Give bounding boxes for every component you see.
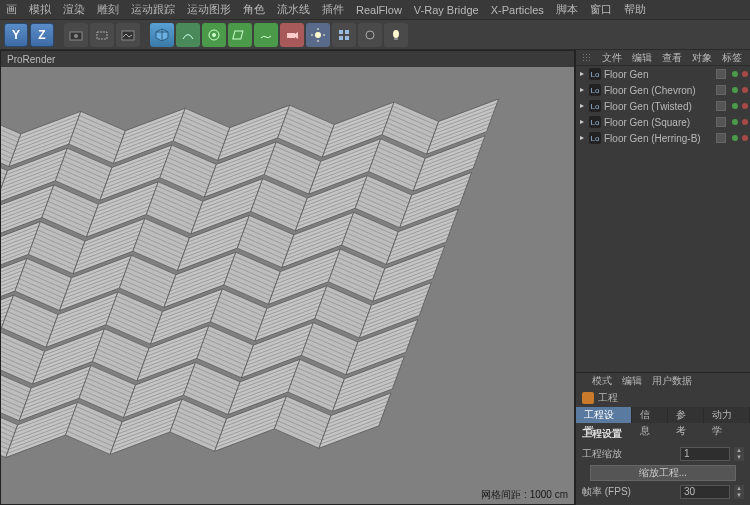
visibility-toggle[interactable] [716,101,726,111]
svg-rect-9 [233,31,243,39]
svg-point-22 [393,30,399,38]
menu-item[interactable]: 运动图形 [187,2,231,17]
menu-item[interactable]: V-Ray Bridge [414,4,479,16]
menu-item[interactable]: 画 [6,2,17,17]
panel-menu-item[interactable]: 对象 [692,51,712,65]
attr-menu-item[interactable]: 编辑 [622,374,642,388]
menu-item[interactable]: 角色 [243,2,265,17]
record-button[interactable] [358,23,382,47]
expand-icon[interactable]: ▸ [578,102,586,110]
svg-rect-19 [339,36,343,40]
main-toolbar: Y Z [0,20,750,50]
object-name[interactable]: Floor Gen (Square) [604,117,713,128]
menu-item[interactable]: 脚本 [556,2,578,17]
generator-button[interactable] [202,23,226,47]
editor-dot[interactable] [732,119,738,125]
attribute-menu: 模式 编辑 用户数据 [576,373,750,389]
menu-item[interactable]: 模拟 [29,2,51,17]
menu-item[interactable]: X-Particles [491,4,544,16]
expand-icon[interactable]: ▸ [578,134,586,142]
editor-dot[interactable] [732,71,738,77]
render-dot[interactable] [742,135,748,141]
menu-item[interactable]: 雕刻 [97,2,119,17]
plugin-icon: Lo [589,68,601,80]
scale-project-button[interactable]: 缩放工程... [590,465,736,481]
object-name[interactable]: Floor Gen (Twisted) [604,101,713,112]
editor-dot[interactable] [732,103,738,109]
panel-menu-item[interactable]: 编辑 [632,51,652,65]
panel-grip-icon[interactable] [582,53,592,63]
render-dot[interactable] [742,103,748,109]
toggle-light-button[interactable] [384,23,408,47]
picture-viewer-button[interactable] [116,23,140,47]
render-region-button[interactable] [90,23,114,47]
render-view-button[interactable] [64,23,88,47]
svg-marker-11 [295,32,298,39]
object-row[interactable]: ▸ Lo Floor Gen (Square) [576,114,750,130]
project-scale-input[interactable]: 1 [680,447,730,461]
tab-project-settings[interactable]: 工程设置 [576,407,632,423]
tab-reference[interactable]: 参考 [668,407,704,423]
menu-item[interactable]: 渲染 [63,2,85,17]
tab-dynamics[interactable]: 动力学 [704,407,750,423]
light-button[interactable] [306,23,330,47]
menu-item[interactable]: 流水线 [277,2,310,17]
svg-point-1 [74,34,78,38]
object-name[interactable]: Floor Gen (Herring-B) [604,133,713,144]
svg-rect-2 [97,32,107,39]
render-dot[interactable] [742,71,748,77]
expand-icon[interactable]: ▸ [578,70,586,78]
svg-point-12 [315,32,321,38]
attribute-title-label: 工程 [598,391,618,405]
right-panel: 文件 编辑 查看 对象 标签 ▸ Lo Floor Gen ▸ Lo Floor… [575,50,750,505]
menu-item[interactable]: 窗口 [590,2,612,17]
object-row[interactable]: ▸ Lo Floor Gen (Twisted) [576,98,750,114]
project-scale-label: 工程缩放 [582,447,676,461]
object-name[interactable]: Floor Gen (Chevron) [604,85,713,96]
spinner[interactable]: ▲▼ [734,485,744,499]
main-menu-bar: 画 模拟 渲染 雕刻 运动跟踪 运动图形 角色 流水线 插件 RealFlow … [0,0,750,20]
svg-rect-10 [287,33,295,38]
project-icon [582,392,594,404]
render-dot[interactable] [742,119,748,125]
object-name[interactable]: Floor Gen [604,69,713,80]
object-row[interactable]: ▸ Lo Floor Gen (Chevron) [576,82,750,98]
visibility-toggle[interactable] [716,133,726,143]
menu-item[interactable]: 插件 [322,2,344,17]
expand-icon[interactable]: ▸ [578,86,586,94]
deformer-button[interactable] [228,23,252,47]
expand-icon[interactable]: ▸ [578,118,586,126]
attr-menu-item[interactable]: 用户数据 [652,374,692,388]
environment-button[interactable] [254,23,278,47]
menu-item[interactable]: 帮助 [624,2,646,17]
spinner[interactable]: ▲▼ [734,447,744,461]
object-row[interactable]: ▸ Lo Floor Gen [576,66,750,82]
menu-item[interactable]: 运动跟踪 [131,2,175,17]
tab-info[interactable]: 信息 [632,407,668,423]
attr-menu-item[interactable]: 模式 [592,374,612,388]
viewport-3d[interactable]: 网格间距 : 1000 cm [1,67,574,504]
render-dot[interactable] [742,87,748,93]
scene-button[interactable] [332,23,356,47]
menu-item[interactable]: RealFlow [356,4,402,16]
fps-input[interactable]: 30 [680,485,730,499]
panel-menu-item[interactable]: 文件 [602,51,622,65]
editor-dot[interactable] [732,135,738,141]
plugin-icon: Lo [589,84,601,96]
camera-button[interactable] [280,23,304,47]
object-manager[interactable]: ▸ Lo Floor Gen ▸ Lo Floor Gen (Chevron) … [576,66,750,372]
axis-z-button[interactable]: Z [30,23,54,47]
spline-button[interactable] [176,23,200,47]
svg-rect-18 [345,30,349,34]
visibility-toggle[interactable] [716,69,726,79]
cube-primitive-button[interactable] [150,23,174,47]
visibility-toggle[interactable] [716,117,726,127]
editor-dot[interactable] [732,87,738,93]
visibility-toggle[interactable] [716,85,726,95]
object-row[interactable]: ▸ Lo Floor Gen (Herring-B) [576,130,750,146]
fps-label: 帧率 (FPS) [582,485,676,499]
axis-y-button[interactable]: Y [4,23,28,47]
panel-menu-item[interactable]: 查看 [662,51,682,65]
svg-point-21 [366,31,374,39]
panel-menu-item[interactable]: 标签 [722,51,742,65]
